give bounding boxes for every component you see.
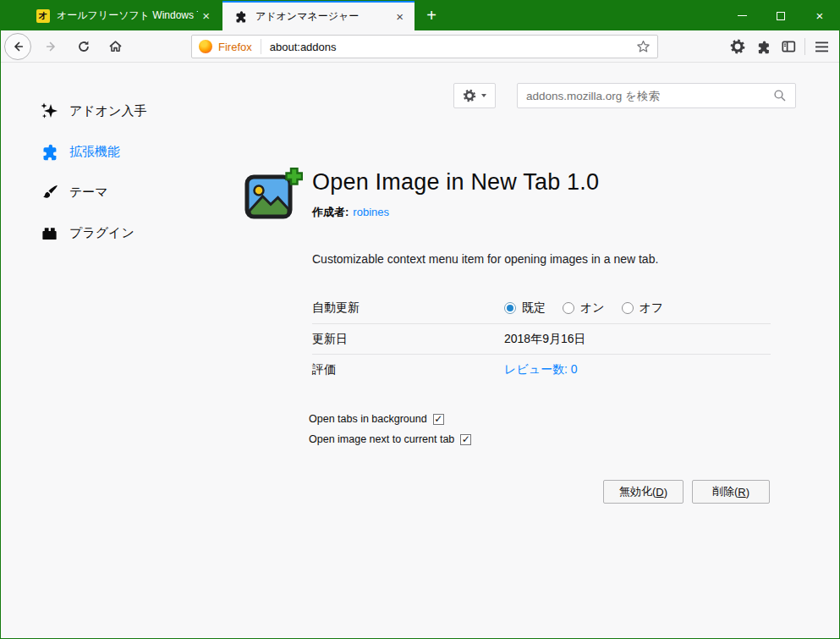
radio-label: オン xyxy=(580,300,605,316)
sidebar-item-themes[interactable]: テーマ xyxy=(39,180,108,204)
tools-dropdown-button[interactable] xyxy=(453,83,496,108)
button-text: ) xyxy=(664,486,667,499)
tab-title: アドオンマネージャー xyxy=(255,9,392,24)
radio-label: 既定 xyxy=(522,300,546,316)
author-link[interactable]: robines xyxy=(353,206,389,218)
sidebar-item-label: テーマ xyxy=(69,185,108,201)
forward-button[interactable] xyxy=(38,33,65,60)
close-icon: × xyxy=(816,9,824,22)
radio-option-on[interactable]: オン xyxy=(563,300,605,316)
minimize-button[interactable] xyxy=(722,1,761,30)
disable-button[interactable]: 無効化(D) xyxy=(603,480,684,504)
checkbox-checked-icon[interactable]: ✓ xyxy=(460,434,471,445)
forward-arrow-icon xyxy=(45,40,58,53)
urlbar-separator xyxy=(261,39,261,54)
remove-button[interactable]: 削除(R) xyxy=(692,480,770,504)
reload-button[interactable] xyxy=(70,33,97,60)
new-tab-button[interactable]: + xyxy=(417,1,446,30)
url-bar[interactable]: Firefox about:addons xyxy=(191,35,658,58)
tab-bar: オ オールフリーソフト Windows 7・8 × アドオンマネージャー × +… xyxy=(1,1,839,30)
maximize-button[interactable] xyxy=(761,1,800,30)
paintbrush-icon xyxy=(39,184,59,201)
rating-label: 評価 xyxy=(312,362,504,377)
firefox-logo-icon xyxy=(199,40,212,53)
home-icon xyxy=(108,40,123,53)
back-arrow-icon xyxy=(11,40,25,53)
addon-detail-table: 自動更新 既定 オン オフ 更新日 2018年9月16日 評価 xyxy=(312,293,771,384)
tab-title: オールフリーソフト Windows 7・8 xyxy=(57,8,198,23)
sidebar-item-label: 拡張機能 xyxy=(69,144,120,160)
toolbar-extension-area xyxy=(725,33,834,60)
pref-label: Open image next to current tab xyxy=(309,433,454,445)
bookmark-star-icon[interactable] xyxy=(636,40,651,53)
maximize-icon xyxy=(777,12,785,20)
radio-option-off[interactable]: オフ xyxy=(622,300,664,316)
addon-description: Customizable context menu item for openi… xyxy=(312,252,658,266)
plugin-brick-icon xyxy=(39,224,59,241)
puzzle-icon xyxy=(39,143,59,161)
browser-window: オ オールフリーソフト Windows 7・8 × アドオンマネージャー × +… xyxy=(0,0,840,639)
extensions-puzzle-icon[interactable] xyxy=(750,34,776,59)
button-text: 削除( xyxy=(712,484,738,499)
navigation-toolbar: Firefox about:addons xyxy=(1,30,839,63)
author-label: 作成者: xyxy=(312,206,349,218)
search-input[interactable] xyxy=(526,90,773,102)
reload-icon xyxy=(77,40,91,53)
auto-update-row: 自動更新 既定 オン オフ xyxy=(312,293,771,323)
window-controls: × xyxy=(722,1,839,30)
addon-author-line: 作成者:robines xyxy=(312,205,389,220)
addon-icon xyxy=(244,168,303,222)
access-key: R xyxy=(738,486,745,499)
radio-icon[interactable] xyxy=(504,302,516,314)
access-key: D xyxy=(656,486,663,499)
auto-update-label: 自動更新 xyxy=(312,300,504,316)
tab-allfreesoft[interactable]: オ オールフリーソフト Windows 7・8 × xyxy=(26,1,221,30)
close-button[interactable]: × xyxy=(800,1,839,30)
radio-option-default[interactable]: 既定 xyxy=(504,300,546,316)
last-updated-value: 2018年9月16日 xyxy=(504,332,586,347)
gear-icon xyxy=(463,89,476,102)
pref-label: Open tabs in background xyxy=(309,413,427,425)
button-text: ) xyxy=(746,486,749,499)
sidebar-item-label: プラグイン xyxy=(69,225,135,241)
sidebar-item-extensions[interactable]: 拡張機能 xyxy=(39,140,120,163)
last-updated-row: 更新日 2018年9月16日 xyxy=(312,323,771,354)
addons-search-box[interactable] xyxy=(517,83,796,108)
rating-row: 評価 レビュー数: 0 xyxy=(312,354,771,384)
url-input[interactable]: about:addons xyxy=(270,41,636,53)
addon-title: Open Image in New Tab 1.0 xyxy=(312,169,599,196)
pref-open-next-to-current[interactable]: Open image next to current tab ✓ xyxy=(309,433,471,445)
chevron-down-icon xyxy=(481,94,486,97)
gear-extension-icon[interactable] xyxy=(725,34,750,59)
puzzle-icon xyxy=(234,10,248,23)
sidebar-toggle-icon[interactable] xyxy=(776,34,801,59)
radio-icon[interactable] xyxy=(622,302,634,314)
checkbox-checked-icon[interactable]: ✓ xyxy=(433,414,444,425)
radio-icon[interactable] xyxy=(563,302,574,314)
identity-badge: Firefox xyxy=(218,41,252,53)
back-button[interactable] xyxy=(4,33,31,60)
toolbar-separator xyxy=(804,38,805,55)
radio-label: オフ xyxy=(640,300,664,316)
sidebar-item-plugins[interactable]: プラグイン xyxy=(39,221,135,245)
home-button[interactable] xyxy=(102,33,129,60)
site-favicon: オ xyxy=(36,9,50,23)
reviews-count-link[interactable]: レビュー数: 0 xyxy=(504,362,578,377)
tab-close-icon[interactable]: × xyxy=(198,8,214,24)
sidebar-item-label: アドオン入手 xyxy=(69,103,146,119)
minimize-icon xyxy=(738,15,747,16)
tab-addons-manager[interactable]: アドオンマネージャー × xyxy=(222,1,415,30)
button-text: 無効化( xyxy=(619,484,656,499)
auto-update-options: 既定 オン オフ xyxy=(504,300,663,316)
sparkle-icon xyxy=(39,102,59,120)
menu-hamburger-icon[interactable] xyxy=(809,34,834,59)
sidebar-item-get-addons[interactable]: アドオン入手 xyxy=(39,99,146,123)
pref-open-tabs-background[interactable]: Open tabs in background ✓ xyxy=(309,413,444,425)
last-updated-label: 更新日 xyxy=(312,332,504,347)
tab-close-icon[interactable]: × xyxy=(392,8,408,25)
search-icon xyxy=(773,89,787,102)
